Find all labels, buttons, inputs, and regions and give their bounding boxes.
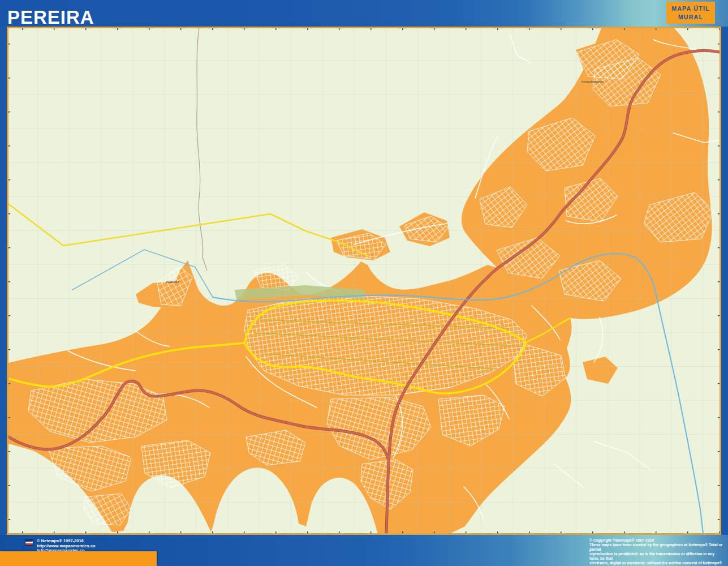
map-label-pereira: PEREIRA	[166, 281, 180, 284]
mural-badge-line2: MURAL	[666, 13, 715, 22]
mural-badge: MAPA ÚTIL MURAL	[666, 2, 715, 24]
map-content: PEREIRA DOSQUEBRADAS	[7, 28, 720, 534]
map-label-dosquebradas: DOSQUEBRADAS	[581, 80, 604, 83]
map-poster-page: { "header": { "title": "PEREIRA", "badge…	[0, 0, 728, 566]
footer-right-line2: These maps have been created by the geog…	[589, 543, 724, 552]
map-svg: PEREIRA DOSQUEBRADAS	[0, 27, 728, 535]
footer-bar: © Netmaps® 1997-2016 http://www.mapasmur…	[0, 535, 728, 566]
header-bar: PEREIRA MAPA ÚTIL MURAL	[0, 0, 728, 27]
page-title: PEREIRA	[7, 8, 94, 27]
footer-right-line4: electronic, digital or mechanic; without…	[589, 561, 724, 565]
netmaps-flag-icon	[25, 539, 33, 546]
footer-right-block: © Copyright ©Netmaps® 1997-2016 These ma…	[589, 538, 724, 566]
mural-badge-line1: MAPA ÚTIL	[666, 5, 715, 13]
footer-right-line3: reproduction is prohibited; as is the tr…	[589, 552, 724, 561]
map-canvas: PEREIRA DOSQUEBRADAS	[0, 27, 728, 535]
footer-right-line1: © Copyright ©Netmaps® 1997-2016	[589, 538, 724, 543]
footer-orange-bar	[0, 551, 157, 566]
